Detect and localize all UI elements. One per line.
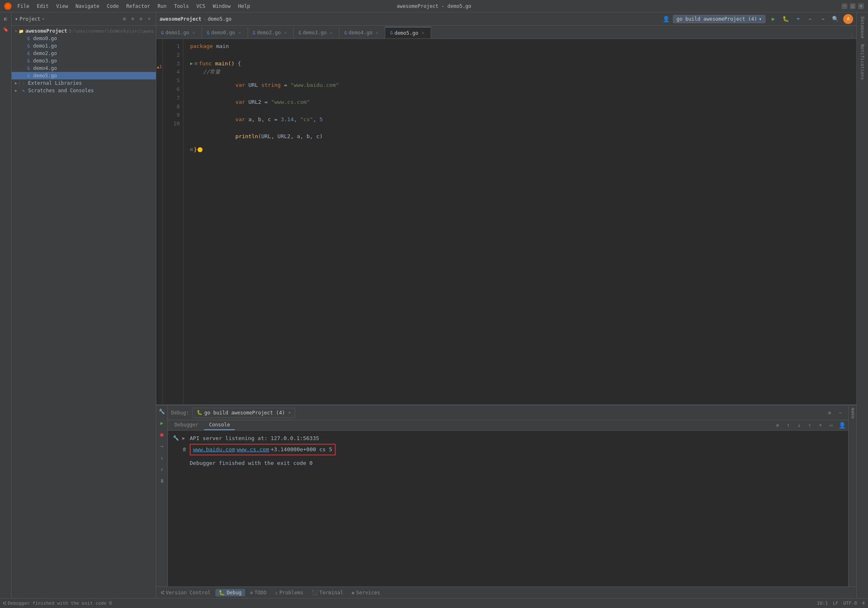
code-line-3: ▶ ⊟ func main() { (190, 60, 850, 68)
link-baidu[interactable]: www.baidu.com (193, 445, 235, 454)
menu-refactor[interactable]: Refactor (123, 2, 153, 10)
make-label[interactable]: make (849, 405, 856, 421)
go-file-icon-5: G (26, 73, 31, 79)
project-settings-icon[interactable]: ⚙ (138, 16, 144, 22)
tab-version-control[interactable]: ⑆ Version Control (158, 589, 214, 596)
dbg-stop-icon[interactable]: × (816, 421, 825, 430)
bookmark-icon-left[interactable]: 🔖 (1, 25, 10, 34)
menu-window[interactable]: Window (210, 2, 234, 10)
coverage-button[interactable]: ☂ (794, 14, 803, 24)
tab-problems[interactable]: ⚠ Problems (272, 589, 307, 596)
bottom-action-stop[interactable]: ■ (157, 430, 167, 439)
dbg-step-out-icon[interactable]: ⇑ (805, 421, 814, 430)
filename-2: demo2.go (33, 50, 57, 56)
external-libraries[interactable]: ▶ ⋮⋮⋮ External Libraries (12, 79, 156, 87)
bottom-action-step-over[interactable]: → (157, 442, 167, 451)
scratches-and-consoles[interactable]: ▶ ✎ Scratches and Consoles (12, 87, 156, 94)
tab-demo5-close[interactable]: × (420, 30, 426, 36)
bottom-action-step-in[interactable]: ↓ (157, 453, 167, 462)
root-folder-icon: 📁 (19, 28, 24, 34)
tab-demo1-close[interactable]: × (191, 30, 197, 36)
right-sidebar: Database Notifications (856, 12, 868, 598)
debug-minimize-icon[interactable]: − (836, 408, 845, 417)
debug-run-config-tab[interactable]: 🐛 go build awesomeProject (4) × (192, 408, 295, 418)
tab-demo0[interactable]: G demo0.go × (202, 27, 248, 38)
project-root[interactable]: ▾ 📁 awesomeProject D:\environment\GoWork… (12, 27, 156, 35)
debug-tab-close[interactable]: × (288, 410, 291, 415)
file-demo5[interactable]: G demo5.go (12, 72, 156, 79)
fn-println: println (236, 132, 258, 141)
num-pi: 3.14 (281, 115, 293, 124)
back-button[interactable]: ← (806, 14, 815, 24)
menu-view[interactable]: View (53, 2, 72, 10)
search-button[interactable]: 🔍 (831, 14, 840, 24)
dbg-clear-icon[interactable]: ▭ (827, 421, 836, 430)
tab-debugger[interactable]: Debugger (169, 420, 203, 430)
menu-run[interactable]: Run (154, 2, 170, 10)
run-button[interactable]: ▶ (769, 14, 778, 24)
menu-vcs[interactable]: VCS (193, 2, 209, 10)
tab-demo5[interactable]: G demo5.go × (385, 27, 431, 38)
filename-0: demo0.go (33, 36, 57, 41)
debug-label: Debug: (171, 410, 189, 416)
run-arrow-icon[interactable]: ▶ (190, 60, 193, 67)
menu-edit[interactable]: Edit (33, 2, 52, 10)
tab-services[interactable]: ◈ Services (348, 589, 383, 596)
code-line-4: //常量 (190, 68, 850, 77)
menu-tools[interactable]: Tools (171, 2, 192, 10)
tab-more-icon[interactable]: ⋮ (848, 32, 855, 38)
project-icon[interactable]: ◧ (1, 14, 10, 23)
bottom-action-step-out[interactable]: ↑ (157, 465, 167, 474)
debug-button[interactable]: 🐛 (781, 14, 790, 24)
file-demo2[interactable]: G demo2.go (12, 50, 156, 57)
tab-console[interactable]: Console (204, 420, 235, 430)
line-num-6: 6 (165, 85, 180, 94)
project-title-dropdown[interactable]: ▾ (42, 17, 45, 21)
tab-debug-active[interactable]: 🐛 Debug (215, 589, 245, 596)
tab-demo0-close[interactable]: × (237, 30, 243, 36)
tab-demo3-close[interactable]: × (328, 30, 334, 36)
forward-button[interactable]: → (818, 14, 827, 24)
project-close-icon[interactable]: × (146, 16, 153, 22)
project-sync-icon[interactable]: ⊞ (121, 16, 128, 22)
link-cs[interactable]: www.cs.com (237, 445, 269, 454)
breakpoint-indicator[interactable] (198, 147, 203, 152)
bottom-action-resume[interactable]: ▶ (157, 419, 167, 428)
go-file-icon-4: G (26, 65, 31, 71)
close-button[interactable]: × (858, 3, 864, 9)
tab-demo3[interactable]: G demo3.go × (293, 27, 339, 38)
dbg-down-icon[interactable]: ↓ (794, 421, 804, 430)
bottom-action-wrench[interactable]: 🔧 (157, 407, 167, 416)
debug-settings-icon[interactable]: ⚙ (825, 408, 834, 417)
tab-demo2[interactable]: G demo2.go × (248, 27, 294, 38)
tab-demo2-close[interactable]: × (282, 30, 288, 36)
tab-terminal[interactable]: ⬛ Terminal (308, 589, 347, 596)
maximize-button[interactable]: □ (850, 3, 856, 9)
run-config-dropdown[interactable]: go build awesomeProject (4) ▾ (673, 15, 765, 23)
debugger-tabs: Debugger Console ≡ ↑ ↓ ⇑ × ▭ 👤 (168, 420, 848, 431)
tab-demo4[interactable]: G demo4.go × (339, 27, 385, 38)
database-label[interactable]: Database (859, 14, 866, 41)
dbg-list-icon[interactable]: ≡ (773, 421, 782, 430)
tab-todo[interactable]: ≡ TODO (247, 589, 270, 596)
dbg-avatar-icon[interactable]: 👤 (837, 421, 847, 430)
debug-tab-icon: 🐛 (197, 410, 203, 415)
bottom-action-pause[interactable]: ⏸ (157, 476, 167, 486)
file-demo3[interactable]: G demo3.go (12, 57, 156, 65)
dbg-up-icon[interactable]: ↑ (784, 421, 793, 430)
file-demo0[interactable]: G demo0.go (12, 35, 156, 42)
menu-navigate[interactable]: Navigate (72, 2, 103, 10)
minimize-button[interactable]: − (842, 3, 847, 9)
project-collapse-icon[interactable]: ≡ (129, 16, 136, 22)
filename-3: demo3.go (33, 58, 57, 64)
file-demo1[interactable]: G demo1.go (12, 42, 156, 50)
file-demo4[interactable]: G demo4.go (12, 65, 156, 72)
notifications-label[interactable]: Notifications (859, 42, 866, 82)
menu-file[interactable]: File (14, 2, 33, 10)
root-label: awesomeProject (25, 28, 67, 34)
menu-help[interactable]: Help (235, 2, 253, 10)
code-content[interactable]: package main ▶ ⊟ func main() { //常量 var … (184, 39, 856, 405)
tab-demo1[interactable]: G demo1.go × (156, 27, 202, 38)
menu-code[interactable]: Code (104, 2, 122, 10)
tab-demo4-close[interactable]: × (374, 30, 380, 36)
